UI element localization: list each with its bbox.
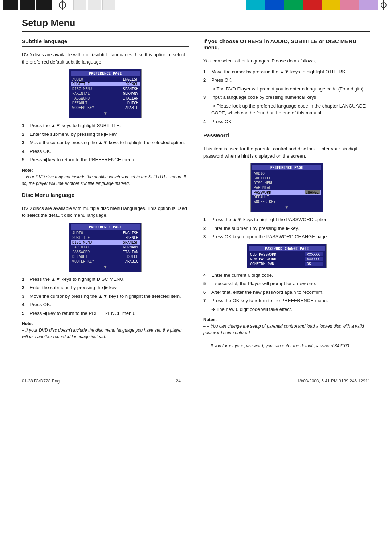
subtitle-menu-title: PREFERENCE PAGE <box>71 71 140 76</box>
disc-menu-body: DVD discs are available with multiple di… <box>22 205 189 219</box>
pwd-change-confirm: CONFIRM PWD OK <box>249 262 325 266</box>
footer-center: 24 <box>176 378 181 384</box>
subtitle-body: DVD discs are available with multi-subti… <box>22 51 189 65</box>
dm-row-woofer: WOOFER KEY ARABIC <box>71 259 140 264</box>
pwd-step-7: 7 Press the OK key to return to the PREF… <box>203 297 370 304</box>
left-column: Subtitle language DVD discs are availabl… <box>22 38 189 354</box>
green-block <box>284 0 303 10</box>
pwd-change-old: OLD PASSWORD XXXXXX <box>249 252 325 257</box>
password-body: This item is used for the parental contr… <box>203 145 370 159</box>
subtitle-note: Note: – Your DVD disc may not include th… <box>22 167 189 187</box>
dm-step-4: 4 Press OK. <box>22 301 189 308</box>
pwd-step-3: 3 Press OK key to open the PASSWORD CHAN… <box>203 233 370 240</box>
password-steps: 1 Press the ▲▼ keys to highlight the PAS… <box>203 216 370 240</box>
menu-row-password1: PASSWORD ITALIAN <box>71 96 140 101</box>
menu-arrow-down-2: ▼ <box>71 264 140 270</box>
black-block-2 <box>20 0 35 10</box>
dm-step-1: 1 Press the ▲▼ keys to highlight DISC ME… <box>22 276 189 283</box>
pink-block <box>340 0 359 10</box>
password-notes: Notes: – – You can change the setup of p… <box>203 316 370 349</box>
dm-row-parental: PARENTAL GERMANY <box>71 245 140 250</box>
pwd-row-default: DEFAULT <box>252 195 321 199</box>
pwd-row-woofer: WOOFER KEY <box>252 199 321 204</box>
black-block-1 <box>3 0 18 10</box>
white-block-1 <box>73 0 86 10</box>
menu-row-subtitle: SUBTITLE FRENCH <box>71 82 140 86</box>
oth-step-4: 4 Press OK. <box>203 118 370 125</box>
subtitle-section: Subtitle language DVD discs are availabl… <box>22 38 189 187</box>
cyan-block <box>246 0 265 10</box>
pwd-row-password: PASSWORD CHANGE <box>252 190 321 195</box>
disc-menu-title-bar: PREFERENCE PAGE <box>71 224 140 230</box>
pwd-step-5: 5 If successful, the Player will prompt … <box>203 280 370 287</box>
footer-right: 18/03/2003, 5:41 PM 3139 246 12911 <box>297 378 370 384</box>
oth-arrow-2: ➔ The DVD Player will prompt you to ente… <box>203 85 370 93</box>
pwd-arrow-7: ➔ The new 6 digit code will take effect. <box>203 306 370 313</box>
dm-row-password: PASSWORD ITALIAN <box>71 250 140 254</box>
menu-row-woofer1: WOOFER KEY ARABIC <box>71 105 140 110</box>
menu-row-disc: DISC MENU SPANISH <box>71 86 140 91</box>
footer: 01-28 DVD728 Eng 24 18/03/2003, 5:41 PM … <box>0 376 392 386</box>
dm-step-3: 3 Move the cursor by pressing the ▲▼ key… <box>22 293 189 300</box>
menu-arrow-down-1: ▼ <box>71 110 140 117</box>
others-body: You can select other languages. Please d… <box>203 57 370 65</box>
disc-menu-title: Disc Menu language <box>22 192 189 198</box>
step-1: 1 Press the ▲▼ keys to highlight SUBTITL… <box>22 122 189 129</box>
white-block-3 <box>102 0 115 10</box>
others-title: If you choose OTHERS in AUDIO, SUBTITLE … <box>203 38 370 50</box>
two-column-layout: Subtitle language DVD discs are availabl… <box>22 38 370 354</box>
oth-step-1: 1 Move the cursor by pressing the ▲▼ key… <box>203 68 370 76</box>
dm-step-5: 5 Press ◀ key to return to the PREFERENC… <box>22 310 189 317</box>
page-title: Setup Menu <box>22 17 370 32</box>
pwd-change-new: NEW PASSWORD XXXXXX <box>249 257 325 262</box>
right-column: If you choose OTHERS in AUDIO, SUBTITLE … <box>203 38 370 354</box>
black-block-3 <box>36 0 52 10</box>
password-menu-screenshot: PREFERENCE PAGE AUDIO SUBTITLE DISC MENU <box>250 163 323 212</box>
dm-row-audio: AUDIO ENGLISH <box>71 231 140 235</box>
pwd-row-subtitle: SUBTITLE <box>252 176 321 181</box>
subtitle-steps: 1 Press the ▲▼ keys to highlight SUBTITL… <box>22 122 189 163</box>
yellow-block <box>322 0 340 10</box>
disc-menu-screenshot: PREFERENCE PAGE AUDIO ENGLISH SUBTITLE F… <box>69 223 142 272</box>
footer-left: 01-28 DVD728 Eng <box>22 378 60 384</box>
password-title: Password <box>203 132 370 138</box>
menu-row-default1: DEFAULT DUTCH <box>71 101 140 105</box>
oth-step-3: 3 Input a language code by pressing nume… <box>203 94 370 101</box>
subtitle-menu-screenshot: PREFERENCE PAGE AUDIO ENGLISH SUBTITLE F… <box>69 69 142 118</box>
pwd-step-6: 6 After that, enter the new password aga… <box>203 289 370 296</box>
lavender-block <box>359 0 378 10</box>
top-bar <box>0 0 392 10</box>
pwd-menu-title: PREFERENCE PAGE <box>252 165 321 170</box>
pwd-step-1: 1 Press the ▲▼ keys to highlight the PAS… <box>203 216 370 223</box>
main-content: Setup Menu Subtitle language DVD discs a… <box>0 10 392 369</box>
dm-row-default: DEFAULT DUTCH <box>71 254 140 259</box>
pwd-change-title: PASSWORD CHANGE PAGE <box>249 246 325 251</box>
step-5: 5 Press ◀ key to return to the PREFERENC… <box>22 156 189 163</box>
pwd-row-audio: AUDIO <box>252 171 321 176</box>
menu-arrow-down-3: ▼ <box>252 204 321 211</box>
red-block <box>303 0 322 10</box>
pwd-row-parental: PARENTAL <box>252 185 321 190</box>
password-section: Password This item is used for the paren… <box>203 132 370 349</box>
subtitle-title: Subtitle language <box>22 38 189 44</box>
oth-arrow-3: ➔ Please look up the preferred language … <box>203 102 370 117</box>
dm-step-2: 2 Enter the submenu by pressing the ▶ ke… <box>22 284 189 291</box>
crosshair-icon <box>55 0 70 10</box>
step-3: 3 Move the cursor by pressing the ▲▼ key… <box>22 139 189 146</box>
oth-step-2: 2 Press OK. <box>203 77 370 84</box>
menu-row-audio: AUDIO ENGLISH <box>71 77 140 82</box>
others-section: If you choose OTHERS in AUDIO, SUBTITLE … <box>203 38 370 125</box>
step-2: 2 Enter the submenu by pressing the ▶ ke… <box>22 131 189 138</box>
dm-row-disc: DISC MENU SPANISH <box>71 240 140 245</box>
blue-block <box>265 0 284 10</box>
menu-row-parental1: PARENTAL GERMANY <box>71 91 140 96</box>
password-more-steps: 4 Enter the current 6 digit code. 5 If s… <box>203 272 370 313</box>
disc-menu-note: Note: – If your DVD disc doesn't include… <box>22 320 189 340</box>
pwd-change-screenshot: PASSWORD CHANGE PAGE OLD PASSWORD XXXXXX… <box>247 244 327 268</box>
disc-menu-steps: 1 Press the ▲▼ keys to highlight DISC ME… <box>22 276 189 317</box>
pwd-step-4: 4 Enter the current 6 digit code. <box>203 272 370 279</box>
disc-menu-section: Disc Menu language DVD discs are availab… <box>22 192 189 340</box>
dm-row-subtitle: SUBTITLE FRENCH <box>71 235 140 240</box>
pwd-step-2: 2 Enter the submenu by pressing the ▶ ke… <box>203 225 370 232</box>
step-4: 4 Press OK. <box>22 148 189 155</box>
